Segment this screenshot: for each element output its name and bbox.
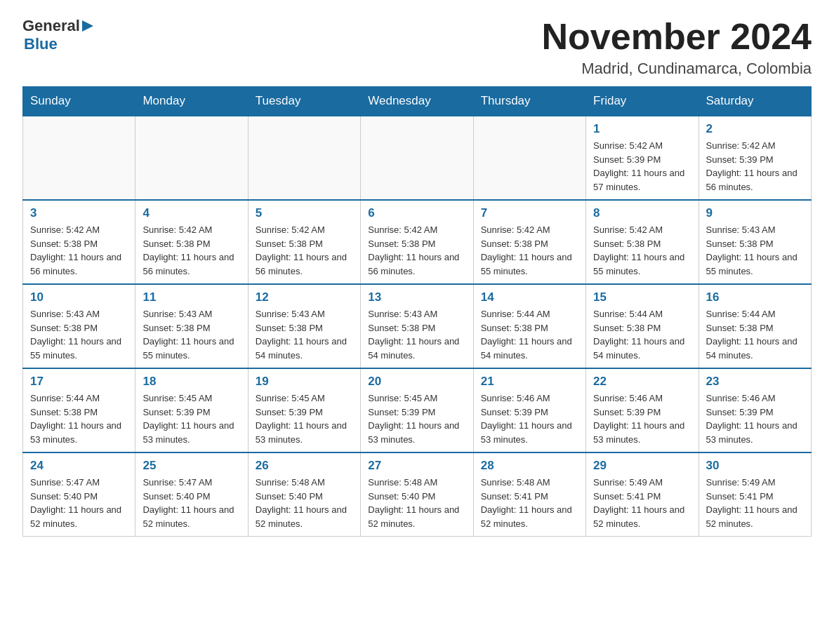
week-row: 24Sunrise: 5:47 AMSunset: 5:40 PMDayligh… (23, 452, 812, 537)
table-row: 5Sunrise: 5:42 AMSunset: 5:38 PMDaylight… (248, 200, 360, 284)
day-number: 1 (593, 122, 691, 136)
week-row: 1Sunrise: 5:42 AMSunset: 5:39 PMDaylight… (23, 116, 812, 200)
day-number: 7 (481, 206, 578, 220)
day-number: 5 (256, 206, 353, 220)
table-row: 2Sunrise: 5:42 AMSunset: 5:39 PMDaylight… (699, 116, 811, 200)
day-number: 11 (143, 290, 240, 304)
table-row: 20Sunrise: 5:45 AMSunset: 5:39 PMDayligh… (361, 368, 473, 452)
day-number: 13 (368, 290, 465, 304)
day-number: 23 (706, 375, 804, 389)
table-row (23, 116, 135, 200)
day-info: Sunrise: 5:42 AMSunset: 5:39 PMDaylight:… (706, 139, 804, 194)
table-row: 30Sunrise: 5:49 AMSunset: 5:41 PMDayligh… (699, 452, 811, 537)
day-info: Sunrise: 5:43 AMSunset: 5:38 PMDaylight:… (143, 307, 240, 362)
day-info: Sunrise: 5:43 AMSunset: 5:38 PMDaylight:… (30, 307, 128, 362)
table-row: 28Sunrise: 5:48 AMSunset: 5:41 PMDayligh… (473, 452, 585, 537)
table-row: 8Sunrise: 5:42 AMSunset: 5:38 PMDaylight… (586, 200, 699, 284)
logo-arrow-icon (82, 19, 96, 33)
day-number: 25 (143, 459, 240, 473)
day-info: Sunrise: 5:46 AMSunset: 5:39 PMDaylight:… (481, 391, 578, 446)
day-number: 20 (368, 375, 465, 389)
week-row: 10Sunrise: 5:43 AMSunset: 5:38 PMDayligh… (23, 284, 812, 368)
table-row: 19Sunrise: 5:45 AMSunset: 5:39 PMDayligh… (248, 368, 360, 452)
day-number: 15 (593, 290, 691, 304)
table-row: 27Sunrise: 5:48 AMSunset: 5:40 PMDayligh… (361, 452, 473, 537)
day-info: Sunrise: 5:46 AMSunset: 5:39 PMDaylight:… (706, 391, 804, 446)
table-row: 21Sunrise: 5:46 AMSunset: 5:39 PMDayligh… (473, 368, 585, 452)
table-row: 15Sunrise: 5:44 AMSunset: 5:38 PMDayligh… (586, 284, 699, 368)
table-row: 23Sunrise: 5:46 AMSunset: 5:39 PMDayligh… (699, 368, 811, 452)
day-number: 8 (593, 206, 691, 220)
week-row: 17Sunrise: 5:44 AMSunset: 5:38 PMDayligh… (23, 368, 812, 452)
day-number: 21 (481, 375, 578, 389)
day-number: 27 (368, 459, 465, 473)
calendar-table: Sunday Monday Tuesday Wednesday Thursday… (22, 86, 812, 537)
table-row (361, 116, 473, 200)
day-number: 17 (30, 375, 128, 389)
day-number: 2 (706, 122, 804, 136)
logo: General Blue (22, 17, 96, 53)
day-info: Sunrise: 5:49 AMSunset: 5:41 PMDaylight:… (593, 476, 691, 530)
table-row: 4Sunrise: 5:42 AMSunset: 5:38 PMDaylight… (135, 200, 248, 284)
day-info: Sunrise: 5:42 AMSunset: 5:38 PMDaylight:… (593, 223, 691, 278)
day-info: Sunrise: 5:44 AMSunset: 5:38 PMDaylight:… (706, 307, 804, 362)
day-number: 4 (143, 206, 240, 220)
calendar-subtitle: Madrid, Cundinamarca, Colombia (542, 60, 812, 78)
day-info: Sunrise: 5:48 AMSunset: 5:40 PMDaylight:… (256, 476, 353, 530)
table-row: 25Sunrise: 5:47 AMSunset: 5:40 PMDayligh… (135, 452, 248, 537)
col-sunday: Sunday (23, 87, 135, 116)
day-info: Sunrise: 5:43 AMSunset: 5:38 PMDaylight:… (706, 223, 804, 278)
table-row: 24Sunrise: 5:47 AMSunset: 5:40 PMDayligh… (23, 452, 135, 537)
day-info: Sunrise: 5:44 AMSunset: 5:38 PMDaylight:… (481, 307, 578, 362)
table-row: 1Sunrise: 5:42 AMSunset: 5:39 PMDaylight… (586, 116, 699, 200)
day-info: Sunrise: 5:42 AMSunset: 5:38 PMDaylight:… (256, 223, 353, 278)
day-number: 16 (706, 290, 804, 304)
table-row: 3Sunrise: 5:42 AMSunset: 5:38 PMDaylight… (23, 200, 135, 284)
table-row: 26Sunrise: 5:48 AMSunset: 5:40 PMDayligh… (248, 452, 360, 537)
table-row: 13Sunrise: 5:43 AMSunset: 5:38 PMDayligh… (361, 284, 473, 368)
page-header: General Blue November 2024 Madrid, Cundi… (22, 17, 812, 78)
table-row (135, 116, 248, 200)
col-thursday: Thursday (473, 87, 585, 116)
table-row: 9Sunrise: 5:43 AMSunset: 5:38 PMDaylight… (699, 200, 811, 284)
table-row (248, 116, 360, 200)
day-number: 26 (256, 459, 353, 473)
table-row: 29Sunrise: 5:49 AMSunset: 5:41 PMDayligh… (586, 452, 699, 537)
table-row (473, 116, 585, 200)
day-number: 3 (30, 206, 128, 220)
day-number: 22 (593, 375, 691, 389)
day-info: Sunrise: 5:43 AMSunset: 5:38 PMDaylight:… (256, 307, 353, 362)
table-row: 10Sunrise: 5:43 AMSunset: 5:38 PMDayligh… (23, 284, 135, 368)
day-info: Sunrise: 5:47 AMSunset: 5:40 PMDaylight:… (30, 476, 128, 530)
day-info: Sunrise: 5:45 AMSunset: 5:39 PMDaylight:… (368, 391, 465, 446)
day-info: Sunrise: 5:48 AMSunset: 5:40 PMDaylight:… (368, 476, 465, 530)
day-info: Sunrise: 5:44 AMSunset: 5:38 PMDaylight:… (30, 391, 128, 446)
col-tuesday: Tuesday (248, 87, 360, 116)
day-info: Sunrise: 5:48 AMSunset: 5:41 PMDaylight:… (481, 476, 578, 530)
day-number: 19 (256, 375, 353, 389)
title-block: November 2024 Madrid, Cundinamarca, Colo… (542, 17, 812, 78)
table-row: 12Sunrise: 5:43 AMSunset: 5:38 PMDayligh… (248, 284, 360, 368)
day-number: 29 (593, 459, 691, 473)
day-info: Sunrise: 5:42 AMSunset: 5:39 PMDaylight:… (593, 139, 691, 194)
day-number: 6 (368, 206, 465, 220)
col-wednesday: Wednesday (361, 87, 473, 116)
day-info: Sunrise: 5:44 AMSunset: 5:38 PMDaylight:… (593, 307, 691, 362)
table-row: 14Sunrise: 5:44 AMSunset: 5:38 PMDayligh… (473, 284, 585, 368)
table-row: 6Sunrise: 5:42 AMSunset: 5:38 PMDaylight… (361, 200, 473, 284)
logo-blue-text: Blue (24, 35, 58, 53)
day-info: Sunrise: 5:42 AMSunset: 5:38 PMDaylight:… (30, 223, 128, 278)
day-number: 24 (30, 459, 128, 473)
header-row: Sunday Monday Tuesday Wednesday Thursday… (23, 87, 812, 116)
day-number: 9 (706, 206, 804, 220)
col-saturday: Saturday (699, 87, 811, 116)
col-friday: Friday (586, 87, 699, 116)
day-info: Sunrise: 5:49 AMSunset: 5:41 PMDaylight:… (706, 476, 804, 530)
day-info: Sunrise: 5:45 AMSunset: 5:39 PMDaylight:… (143, 391, 240, 446)
day-number: 12 (256, 290, 353, 304)
table-row: 7Sunrise: 5:42 AMSunset: 5:38 PMDaylight… (473, 200, 585, 284)
logo-general-text: General (22, 17, 80, 35)
day-number: 18 (143, 375, 240, 389)
table-row: 16Sunrise: 5:44 AMSunset: 5:38 PMDayligh… (699, 284, 811, 368)
day-info: Sunrise: 5:43 AMSunset: 5:38 PMDaylight:… (368, 307, 465, 362)
